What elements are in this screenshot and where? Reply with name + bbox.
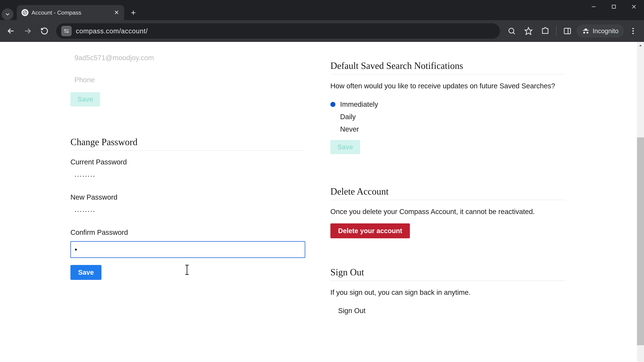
svg-marker-16 [525, 27, 532, 34]
svg-point-14 [509, 28, 514, 33]
phone-field[interactable]: Phone [70, 71, 305, 89]
sign-out-description: If you sign out, you can sign back in an… [330, 288, 565, 298]
sidepanel-icon[interactable] [560, 23, 575, 38]
tab-search-button[interactable] [2, 8, 14, 20]
change-password-heading: Change Password [70, 137, 305, 147]
toolbar-divider [556, 26, 556, 36]
confirm-password-field[interactable] [70, 241, 305, 258]
compass-favicon-icon [22, 9, 28, 16]
window-minimize-button[interactable] [584, 0, 604, 13]
site-info-button[interactable] [61, 26, 72, 36]
email-value: 9ad5c571@moodjoy.com [74, 54, 154, 62]
svg-point-19 [632, 28, 634, 29]
delete-account-button[interactable]: Delete your account [330, 223, 410, 238]
section-divider [330, 200, 565, 200]
search-icon[interactable] [504, 23, 519, 38]
section-divider [70, 150, 305, 151]
delete-account-description: Once you delete your Compass Account, it… [330, 207, 565, 217]
page-viewport: 9ad5c571@moodjoy.com Phone Save Change P… [0, 42, 644, 362]
svg-marker-25 [639, 44, 642, 46]
svg-point-20 [632, 30, 634, 32]
browser-toolbar: compass.com/account/ Incognito [0, 20, 644, 42]
profile-save-button[interactable]: Save [70, 92, 100, 106]
svg-point-11 [67, 31, 68, 32]
radio-label: Daily [340, 113, 356, 121]
browser-menu-button[interactable] [626, 23, 641, 38]
window-close-button[interactable] [624, 0, 644, 13]
radio-label: Immediately [340, 100, 378, 108]
section-divider [330, 74, 565, 74]
svg-point-21 [632, 33, 634, 34]
url-text: compass.com/account/ [76, 27, 148, 35]
section-divider [330, 281, 565, 281]
nav-forward-button[interactable] [20, 23, 35, 38]
svg-rect-3 [612, 5, 616, 8]
password-save-button[interactable]: Save [70, 265, 102, 280]
new-password-field[interactable]: ········ [70, 201, 305, 217]
delete-account-heading: Delete Account [330, 186, 565, 197]
phone-placeholder: Phone [74, 76, 95, 84]
new-tab-button[interactable]: + [128, 7, 138, 17]
new-password-label: New Password [70, 193, 305, 201]
saved-search-save-button[interactable]: Save [330, 140, 360, 154]
incognito-icon [582, 27, 590, 35]
address-bar[interactable]: compass.com/account/ [56, 23, 500, 39]
radio-dot-icon [330, 114, 336, 119]
tab-title: Account - Compass [32, 9, 81, 16]
radio-option-daily[interactable]: Daily [330, 113, 565, 121]
radio-dot-icon [330, 127, 336, 132]
sign-out-heading: Sign Out [330, 267, 565, 278]
tab-close-button[interactable]: ✕ [114, 9, 119, 16]
scrollbar-up-arrow-icon[interactable] [637, 42, 644, 49]
radio-option-never[interactable]: Never [330, 125, 565, 133]
saved-search-heading: Default Saved Search Notifications [330, 60, 565, 71]
current-password-label: Current Password [70, 158, 305, 166]
current-password-field[interactable]: ········ [70, 166, 305, 182]
bookmark-star-icon[interactable] [521, 23, 536, 38]
incognito-badge[interactable]: Incognito [576, 24, 624, 37]
browser-titlebar: Account - Compass ✕ + [0, 0, 644, 20]
radio-label: Never [340, 125, 359, 133]
nav-back-button[interactable] [3, 23, 18, 38]
radio-dot-icon [330, 102, 336, 107]
svg-line-1 [24, 11, 26, 14]
svg-line-15 [513, 32, 515, 34]
svg-point-8 [65, 29, 66, 30]
nav-reload-button[interactable] [37, 23, 52, 38]
email-field[interactable]: 9ad5c571@moodjoy.com [70, 49, 305, 67]
browser-tab-active[interactable]: Account - Compass ✕ [17, 5, 124, 20]
window-maximize-button[interactable] [604, 0, 624, 13]
svg-rect-17 [564, 28, 570, 34]
vertical-scrollbar-thumb[interactable] [637, 137, 644, 345]
extensions-icon[interactable] [538, 23, 553, 38]
confirm-password-label: Confirm Password [70, 228, 305, 237]
saved-search-description: How often would you like to receive upda… [330, 81, 565, 91]
incognito-label: Incognito [593, 27, 618, 35]
sign-out-button[interactable]: Sign Out [330, 303, 373, 319]
radio-option-immediately[interactable]: Immediately [330, 100, 565, 108]
